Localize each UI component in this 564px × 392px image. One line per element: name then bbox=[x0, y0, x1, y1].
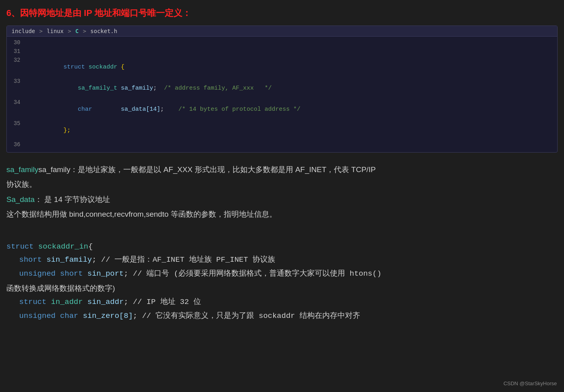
page-container: 6、因特网地址是由 IP 地址和端口号唯一定义： include > linux… bbox=[0, 0, 564, 335]
code-line-32: 32 struct sockaddr { bbox=[7, 57, 557, 78]
struct-field-sin-port: unsigned short sin_port; // 端口号 (必须要采用网络… bbox=[6, 267, 558, 280]
line-num-31: 31 bbox=[7, 48, 28, 55]
struct-field-sin-addr: struct in_addr sin_addr; // IP 地址 32 位 bbox=[6, 296, 558, 309]
line-content-35: }; bbox=[28, 120, 71, 141]
code-breadcrumb: include > linux > C > socket.h bbox=[7, 26, 557, 37]
code-block: include > linux > C > socket.h 30 31 32 bbox=[6, 25, 558, 153]
line-content-32: struct sockaddr { bbox=[28, 57, 124, 77]
line-num-36: 36 bbox=[7, 141, 28, 148]
crumb-sep2: > bbox=[68, 28, 71, 34]
struct-kw: struct bbox=[6, 242, 34, 251]
watermark: CSDN @StarSkyHorse bbox=[503, 380, 557, 386]
line-num-33: 33 bbox=[7, 78, 28, 84]
code-line-30: 30 bbox=[7, 39, 557, 48]
code-line-35: 35 }; bbox=[7, 120, 557, 141]
line-num-34: 34 bbox=[7, 99, 28, 106]
prose-sa-family-label: sa_family bbox=[6, 165, 38, 174]
struct-field-sin-zero: unsigned char sin_zero[8]; // 它没有实际意义，只是… bbox=[6, 310, 558, 323]
crumb-file: socket.h bbox=[91, 28, 117, 34]
section-title: 6、因特网地址是由 IP 地址和端口号唯一定义： bbox=[6, 7, 558, 19]
struct-field-sin-port-cont: 函数转换成网络数据格式的数字) bbox=[6, 282, 558, 295]
prose-line3: 这个数据结构用做 bind,connect,recvfrom,sendto 等函… bbox=[6, 208, 558, 221]
code-line-34: 34 char sa_data[14]; /* 14 bytes of prot… bbox=[7, 99, 557, 120]
crumb-include: include bbox=[12, 28, 35, 34]
code-line-36: 36 bbox=[7, 141, 557, 150]
code-line-33: 33 sa_family_t sa_family; /* address fam… bbox=[7, 78, 557, 99]
code-line-31: 31 bbox=[7, 48, 557, 57]
line-content-34: char sa_data[14]; /* 14 bytes of protoco… bbox=[28, 99, 300, 120]
struct-declaration: struct sockaddr_in{ bbox=[6, 242, 558, 251]
crumb-sep3: > bbox=[83, 28, 86, 34]
crumb-sep1: > bbox=[39, 28, 42, 34]
struct-field-sin-family: short sin_family; // 一般是指：AF_INET 地址族 PF… bbox=[6, 253, 558, 267]
line-num-35: 35 bbox=[7, 120, 28, 127]
line-num-32: 32 bbox=[7, 57, 28, 63]
struct-sockaddr-in-block: struct sockaddr_in{ short sin_family; //… bbox=[6, 242, 558, 323]
prose-line1: sa_familysa_family：是地址家族，一般都是以 AF_XXX 形式… bbox=[6, 163, 558, 176]
prose-section: sa_familysa_family：是地址家族，一般都是以 AF_XXX 形式… bbox=[6, 161, 558, 225]
line-num-30: 30 bbox=[7, 39, 28, 46]
code-lines: 30 31 32 struct sockaddr { 33 sa_family_… bbox=[7, 37, 557, 152]
prose-line2: Sa_data： 是 14 字节协议地址 bbox=[6, 193, 558, 206]
crumb-c: C bbox=[75, 28, 79, 34]
prose-line1b: 协议族。 bbox=[6, 178, 558, 191]
struct-name: sockaddr_in bbox=[38, 242, 88, 251]
prose-sa-data-label: Sa_data bbox=[6, 195, 35, 204]
crumb-linux: linux bbox=[47, 28, 63, 34]
line-content-33: sa_family_t sa_family; /* address family… bbox=[28, 78, 272, 98]
